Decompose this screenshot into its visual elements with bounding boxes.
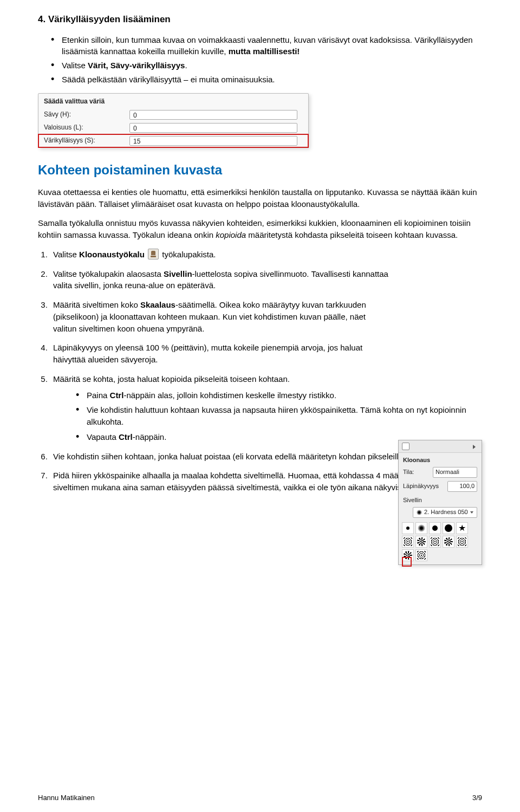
brush-name: 2. Hardness 050 <box>424 508 468 517</box>
text-bold: Sivellin <box>164 269 192 278</box>
text: Läpinäkyvyys on yleensä 100 % (peittävin… <box>53 343 362 364</box>
section4-bullet-list: Etenkin silloin, kun tummaa kuvaa on voi… <box>49 34 482 86</box>
label: Tila: <box>403 468 414 477</box>
footer: Hannu Matikainen 3/9 <box>38 793 482 803</box>
text: Määritä siveltimen koko <box>53 300 140 309</box>
text: määritetystä kohdasta pikseleitä toiseen… <box>246 230 458 239</box>
clone-tool-icon <box>148 249 159 259</box>
paragraph: Kuvaa otettaessa ei kenties ole huomattu… <box>38 186 482 210</box>
brush-swatch[interactable] <box>402 536 414 548</box>
brush-swatch[interactable] <box>429 522 441 534</box>
stamp-icon <box>402 443 410 450</box>
highlight-box <box>402 557 412 567</box>
section-heading: 4. Värikylläisyyden lisääminen <box>38 13 482 27</box>
step-item: Määritä siveltimen koko Skaalaus-säätime… <box>50 299 388 334</box>
panel-row-lightness: Valoisuus (L): 0 <box>38 121 308 134</box>
list-item: Säädä pelkästään värikylläisyyttä – ei m… <box>49 74 482 86</box>
step-item: Valitse Kloonaustyökalu työkalupakista. <box>50 249 482 261</box>
text: -näppäin. <box>133 432 167 441</box>
mode-select[interactable]: Normaali <box>433 467 477 478</box>
label: Läpinäkyvyys <box>403 482 439 491</box>
text: Vie kohdistin haluttuun kohtaan kuvassa … <box>87 405 466 426</box>
text-bold: Ctrl <box>119 432 133 441</box>
text: työkalupakista. <box>162 250 216 259</box>
hsl-panel-figure: Säädä valittua väriä Sävy (H): 0 Valoisu… <box>38 93 309 148</box>
list-item: Etenkin silloin, kun tummaa kuvaa on voi… <box>49 34 482 58</box>
text: Valitse työkalupakin alaosasta <box>53 269 164 278</box>
text-bold: Kloonaustyökalu <box>79 250 145 259</box>
list-item: Vie kohdistin haluttuun kohtaan kuvassa … <box>74 404 482 428</box>
list-item: Vapauta Ctrl-näppäin. <box>74 431 482 443</box>
step-item: Määritä se kohta, josta haluat kopioida … <box>50 373 482 443</box>
list-item: Paina Ctrl-näppäin alas, jolloin kohdist… <box>74 389 482 401</box>
opacity-input[interactable]: 100,0 <box>447 481 477 492</box>
paragraph: Samalla työkalulla onnistuu myös kuvassa… <box>38 217 482 241</box>
list-item: Valitse Värit, Sävy-värikylläisyys. <box>49 60 482 72</box>
text: Vie kohdistin siihen kohtaan, jonka halu… <box>53 452 408 461</box>
brush-preview-icon <box>417 510 422 515</box>
panel-row-saturation: Värikylläisyys (S): 15 <box>38 134 308 147</box>
collapse-icon[interactable] <box>472 443 478 450</box>
brush-swatch[interactable] <box>402 522 414 534</box>
text: Määritä se kohta, josta haluat kopioida … <box>53 374 290 384</box>
text-bold: Skaalaus <box>140 300 176 309</box>
panel-value[interactable]: 15 <box>129 136 297 146</box>
step-item: Valitse työkalupakin alaosasta Sivellin-… <box>50 268 388 292</box>
text: Vapauta <box>87 432 119 441</box>
text-italic: kopioida <box>216 230 246 239</box>
text: Paina <box>87 391 110 400</box>
panel-value[interactable]: 0 <box>129 123 297 133</box>
panel-value[interactable]: 0 <box>129 110 297 120</box>
footer-page: 3/9 <box>472 793 482 803</box>
text: . <box>185 61 187 70</box>
brush-swatch[interactable] <box>415 549 427 561</box>
footer-author: Hannu Matikainen <box>38 793 95 803</box>
text-bold: mutta maltillisesti! <box>229 47 300 56</box>
panel-label: Värikylläisyys (S): <box>44 136 125 145</box>
palette-title: Kloonaus <box>399 453 482 466</box>
clone-palette-figure: Kloonaus Tila: Normaali Läpinäkyvyys 100… <box>398 440 482 565</box>
brush-swatch[interactable] <box>415 522 427 534</box>
panel-title: Säädä valittua väriä <box>38 94 308 108</box>
text-bold: Ctrl <box>110 391 124 400</box>
panel-row-hue: Sävy (H): 0 <box>38 108 308 121</box>
brush-swatch[interactable] <box>429 536 441 548</box>
text: Valitse <box>62 61 88 70</box>
palette-opacity-row: Läpinäkyvyys 100,0 <box>399 480 482 494</box>
brush-swatch[interactable] <box>443 536 454 548</box>
brush-swatch[interactable] <box>456 536 468 548</box>
brush-swatch[interactable] <box>443 522 454 534</box>
nested-list: Paina Ctrl-näppäin alas, jolloin kohdist… <box>74 389 482 443</box>
text: Valitse <box>53 250 79 259</box>
panel-label: Valoisuus (L): <box>44 123 125 132</box>
panel-label: Sävy (H): <box>44 110 125 119</box>
text-bold: Värit, Sävy-värikylläisyys <box>88 61 185 70</box>
step-item: Läpinäkyvyys on yleensä 100 % (peittävin… <box>50 342 388 366</box>
label: Sivellin <box>403 497 422 503</box>
brush-swatch[interactable] <box>415 536 427 548</box>
palette-mode-row: Tila: Normaali <box>399 466 482 480</box>
text: -näppäin alas, jolloin kohdistimen keske… <box>123 391 336 400</box>
brush-select[interactable]: 2. Hardness 050 <box>413 507 477 518</box>
main-heading: Kohteen poistaminen kuvasta <box>38 161 482 180</box>
brush-swatch[interactable]: ★ <box>456 522 468 534</box>
palette-brush-section: Sivellin <box>399 494 482 505</box>
text: Säädä pelkästään värikylläisyyttä – ei m… <box>62 75 275 84</box>
